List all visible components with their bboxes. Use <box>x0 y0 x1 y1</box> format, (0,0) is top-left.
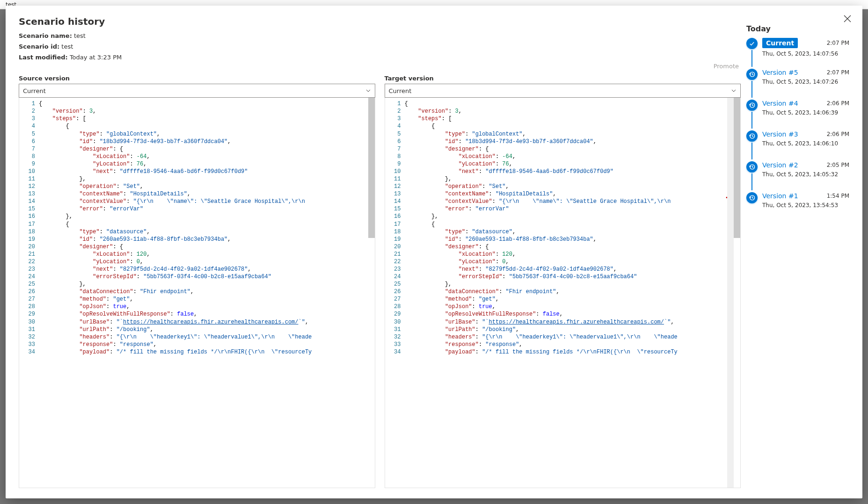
timeline-item[interactable]: Current2:07 PMThu, Oct 5, 2023, 14:07:56 <box>746 38 849 68</box>
version-date: Thu, Oct 5, 2023, 14:07:26 <box>762 78 849 86</box>
chevron-down-icon <box>731 88 737 94</box>
scenario-name-value: test <box>74 32 86 39</box>
version-time: 2:06 PM <box>827 131 849 137</box>
source-version-label: Source version <box>19 75 375 82</box>
history-icon <box>746 130 758 142</box>
version-time: 1:54 PM <box>827 193 849 199</box>
version-time: 2:07 PM <box>827 69 849 76</box>
scenario-name-label: Scenario name: <box>19 32 72 39</box>
version-link[interactable]: Version #2 <box>762 161 798 169</box>
close-icon <box>843 14 852 23</box>
last-modified-label: Last modified: <box>19 54 68 61</box>
target-version-value: Current <box>389 87 412 94</box>
version-time: 2:07 PM <box>827 40 849 46</box>
version-badge-current: Current <box>762 38 798 48</box>
version-link[interactable]: Version #5 <box>762 69 798 76</box>
history-icon <box>746 192 758 203</box>
version-time: 2:06 PM <box>827 100 849 107</box>
timeline-item[interactable]: Version #32:06 PMThu, Oct 5, 2023, 14:06… <box>746 130 849 160</box>
version-link[interactable]: Version #1 <box>762 192 798 200</box>
source-editor[interactable]: 1 2 3 4 5 6 7 8 9 10 11 12 13 14 15 16 1… <box>19 98 375 488</box>
history-icon <box>746 161 758 173</box>
check-icon <box>746 38 758 49</box>
timeline-item[interactable]: Version #22:05 PMThu, Oct 5, 2023, 14:05… <box>746 161 849 191</box>
close-button[interactable] <box>843 14 854 25</box>
timeline-item[interactable]: Version #11:54 PMThu, Oct 5, 2023, 13:54… <box>746 192 849 209</box>
version-date: Thu, Oct 5, 2023, 14:06:39 <box>762 109 849 116</box>
version-link[interactable]: Version #4 <box>762 100 798 107</box>
history-icon <box>746 69 758 80</box>
promote-button[interactable]: Promote <box>19 63 741 72</box>
version-date: Thu, Oct 5, 2023, 13:54:53 <box>762 202 849 209</box>
version-date: Thu, Oct 5, 2023, 14:05:32 <box>762 171 849 178</box>
version-date: Thu, Oct 5, 2023, 14:07:56 <box>762 50 849 58</box>
timeline-item[interactable]: Version #42:06 PMThu, Oct 5, 2023, 14:06… <box>746 100 849 130</box>
version-time: 2:05 PM <box>827 162 849 168</box>
target-editor[interactable]: 1 2 3 4 5 6 7 8 9 10 11 12 13 14 15 16 1… <box>385 98 741 488</box>
last-modified-value: Today at 3:23 PM <box>70 54 122 61</box>
dialog-title: Scenario history <box>19 16 741 27</box>
source-scrollbar[interactable] <box>368 98 375 238</box>
chevron-down-icon <box>365 88 371 94</box>
target-scrollbar[interactable] <box>734 98 740 238</box>
target-version-select[interactable]: Current <box>385 84 741 98</box>
scenario-id-label: Scenario id: <box>19 43 59 50</box>
target-overview-scrollbar[interactable] <box>727 98 734 488</box>
scenario-id-value: test <box>61 43 73 50</box>
version-date: Thu, Oct 5, 2023, 14:06:10 <box>762 140 849 147</box>
history-icon <box>746 100 758 111</box>
scenario-history-modal: Scenario history Scenario name: test Sce… <box>6 6 862 498</box>
source-version-select[interactable]: Current <box>19 84 375 98</box>
timeline-section-label: Today <box>746 24 849 33</box>
version-link[interactable]: Version #3 <box>762 130 798 138</box>
target-version-label: Target version <box>385 75 741 82</box>
source-version-value: Current <box>23 87 46 94</box>
timeline-item[interactable]: Version #52:07 PMThu, Oct 5, 2023, 14:07… <box>746 69 849 99</box>
